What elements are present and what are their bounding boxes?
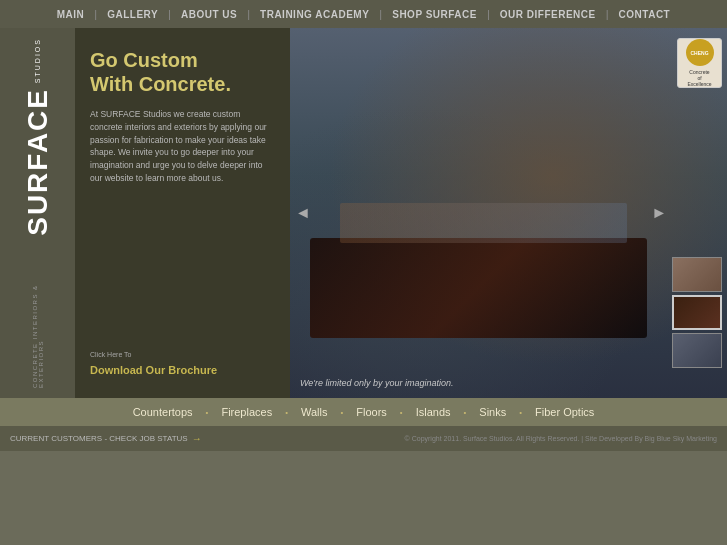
thumbnail-strip xyxy=(672,257,722,368)
hero-title: Go Custom With Concrete. xyxy=(90,48,275,96)
nav-item-training[interactable]: TRAINING ACADEMY xyxy=(250,9,379,20)
bottom-nav-item-fiber-optics[interactable]: Fiber Optics xyxy=(527,406,602,418)
counter-reflection xyxy=(340,203,627,243)
thumbnail-1[interactable] xyxy=(672,257,722,292)
bottom-nav-item-sinks[interactable]: Sinks xyxy=(471,406,514,418)
hero-body: At SURFACE Studios we create custom conc… xyxy=(90,108,275,336)
hero-panel: Go Custom With Concrete. At SURFACE Stud… xyxy=(75,28,290,398)
bottom-bullet: • xyxy=(400,408,403,417)
bottom-nav-item-countertops[interactable]: Countertops xyxy=(125,406,201,418)
footer: CURRENT CUSTOMERS - CHECK JOB STATUS → ©… xyxy=(0,426,727,451)
next-arrow[interactable]: ► xyxy=(651,204,667,222)
thumbnail-2[interactable] xyxy=(672,295,722,330)
bottom-bullet: • xyxy=(519,408,522,417)
hero-image-area: ◄ ► We're limited only by your imaginati… xyxy=(290,28,727,398)
nav-item-about-us[interactable]: ABOUT US xyxy=(171,9,247,20)
counter-visual xyxy=(310,238,647,338)
bottom-bullet: • xyxy=(206,408,209,417)
brand-subtitle: CONCRETE INTERIORS & EXTERIORS xyxy=(32,241,44,388)
brochure-link[interactable]: Download Our Brochure xyxy=(90,364,217,376)
bottom-nav-item-walls[interactable]: Walls xyxy=(293,406,335,418)
bottom-nav-item-islands[interactable]: Islands xyxy=(408,406,459,418)
nav-item-main[interactable]: MAIN xyxy=(47,9,95,20)
prev-arrow[interactable]: ◄ xyxy=(295,204,311,222)
cheng-subtitle: ConcreteofExcellence xyxy=(687,69,711,87)
main-content-area: STUDIOS SURFACE CONCRETE INTERIORS & EXT… xyxy=(0,28,727,398)
bottom-bullet: • xyxy=(340,408,343,417)
click-here-label: Click Here To xyxy=(90,351,275,358)
footer-arrow: → xyxy=(192,433,202,444)
nav-item-shop[interactable]: SHOP SURFACE xyxy=(382,9,487,20)
bottom-nav-item-floors[interactable]: Floors xyxy=(348,406,395,418)
left-sidebar: STUDIOS SURFACE CONCRETE INTERIORS & EXT… xyxy=(0,28,75,398)
cheng-badge: CHENG ConcreteofExcellence xyxy=(677,38,722,88)
nav-item-difference[interactable]: OUR DIFFERENCE xyxy=(490,9,606,20)
footer-copyright: © Copyright 2011. Surface Studios. All R… xyxy=(405,435,717,442)
nav-item-contact[interactable]: CONTACT xyxy=(609,9,681,20)
thumbnail-3[interactable] xyxy=(672,333,722,368)
image-caption: We're limited only by your imagination. xyxy=(300,378,454,388)
brochure-section: Click Here To Download Our Brochure xyxy=(90,351,275,378)
studios-label: STUDIOS xyxy=(34,38,41,83)
bottom-nav-item-fireplaces[interactable]: Fireplaces xyxy=(213,406,280,418)
cheng-circle: CHENG xyxy=(686,39,714,66)
footer-left[interactable]: CURRENT CUSTOMERS - CHECK JOB STATUS → xyxy=(10,433,202,444)
footer-left-text: CURRENT CUSTOMERS - CHECK JOB STATUS xyxy=(10,434,188,443)
bottom-bullet: • xyxy=(464,408,467,417)
nav-item-gallery[interactable]: GALLERY xyxy=(97,9,168,20)
bottom-bullet: • xyxy=(285,408,288,417)
brand-name: SURFACE xyxy=(24,88,52,236)
bottom-navigation: Countertops•Fireplaces•Walls•Floors•Isla… xyxy=(0,398,727,426)
top-navigation: MAIN|GALLERY|ABOUT US|TRAINING ACADEMY|S… xyxy=(0,0,727,28)
